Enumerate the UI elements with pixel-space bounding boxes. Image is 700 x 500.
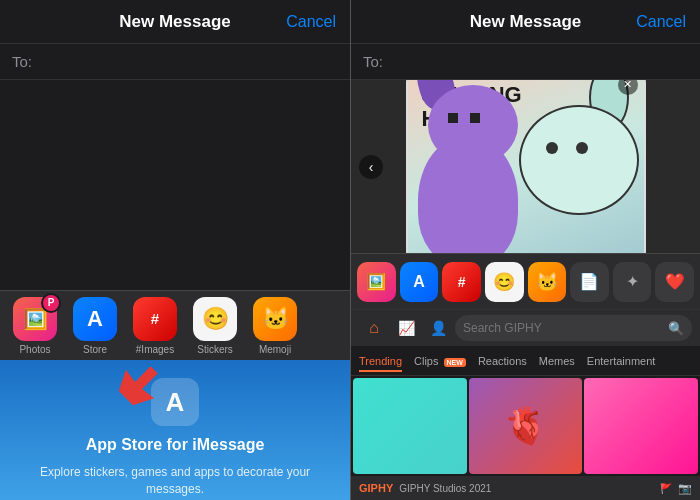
gif-chevron-button[interactable]: ‹ bbox=[359, 155, 383, 179]
left-header: New Message Cancel bbox=[0, 0, 350, 44]
giphy-info-bar: GIPHY GIPHY Studios 2021 🚩 📷 bbox=[351, 476, 700, 500]
giphy-cell-2[interactable]: 🫀 bbox=[469, 378, 583, 474]
right-star-symbol: ✦ bbox=[626, 272, 639, 291]
right-doc-emoji: 📄 bbox=[579, 272, 599, 291]
right-stickers-icon[interactable]: 😊 bbox=[485, 262, 524, 302]
left-to-field[interactable]: To: bbox=[0, 44, 350, 80]
appstore-promo-panel: A App Store for iMessage Explore sticker… bbox=[0, 360, 350, 500]
right-memoji-emoji: 🐱 bbox=[536, 271, 558, 293]
giphy-tab-trending[interactable]: Trending bbox=[359, 355, 402, 367]
right-heart-emoji: ❤️ bbox=[665, 272, 685, 291]
left-header-title: New Message bbox=[119, 12, 231, 32]
giphy-logo-text: GIPHY bbox=[359, 482, 393, 494]
appstore-letter-icon: A bbox=[166, 387, 185, 418]
right-images-hash: # bbox=[458, 274, 466, 290]
appstore-promo-title: App Store for iMessage bbox=[86, 436, 265, 454]
giphy-panel: ⌂ 📈 👤 🔍 Trending Clips NEW Reactions Mem… bbox=[351, 309, 700, 500]
gif-preview-area: ‹ ✕ SENDING HUGS! bbox=[351, 80, 700, 253]
left-cancel-button[interactable]: Cancel bbox=[286, 13, 336, 31]
store-app-icon[interactable]: A Store bbox=[68, 297, 122, 355]
stickers-icon-label: Stickers bbox=[197, 344, 233, 355]
dog2-eye-right bbox=[576, 142, 588, 154]
left-phone-panel: New Message Cancel To: 🖼️ P Photos A Sto… bbox=[0, 0, 350, 500]
stickers-icon-img: 😊 bbox=[193, 297, 237, 341]
giphy-user-icon[interactable]: 👤 bbox=[423, 313, 453, 343]
right-store-icon[interactable]: A bbox=[400, 262, 439, 302]
giphy-tab-entertainment[interactable]: Entertainment bbox=[587, 355, 655, 367]
right-phone-panel: New Message Cancel To: ‹ ✕ SENDING HUGS! bbox=[350, 0, 700, 500]
right-cancel-button[interactable]: Cancel bbox=[636, 13, 686, 31]
giphy-grid: 🫀 bbox=[351, 376, 700, 476]
right-stickers-emoji: 😊 bbox=[493, 271, 515, 293]
dog2-eye-left bbox=[546, 142, 558, 154]
store-icon-img: A bbox=[73, 297, 117, 341]
memoji-icon-label: Memoji bbox=[259, 344, 291, 355]
photos-icon-img: 🖼️ P bbox=[13, 297, 57, 341]
giphy-trending-icon[interactable]: 📈 bbox=[391, 313, 421, 343]
right-to-field[interactable]: To: bbox=[351, 44, 700, 80]
right-photos-emoji: 🖼️ bbox=[366, 272, 386, 291]
photos-icon-label: Photos bbox=[19, 344, 50, 355]
giphy-cell-3[interactable] bbox=[584, 378, 698, 474]
dog-head bbox=[428, 85, 518, 165]
giphy-nav: ⌂ 📈 👤 🔍 bbox=[351, 310, 700, 346]
right-app-icons-bar: 🖼️ A # 😊 🐱 📄 ✦ ❤️ bbox=[351, 253, 700, 309]
right-store-letter: A bbox=[413, 273, 425, 291]
memoji-app-icon[interactable]: 🐱 Memoji bbox=[248, 297, 302, 355]
right-heart-icon[interactable]: ❤️ bbox=[655, 262, 694, 302]
left-message-area[interactable] bbox=[0, 80, 350, 290]
right-header: New Message Cancel bbox=[351, 0, 700, 44]
giphy-search-bar[interactable]: 🔍 bbox=[455, 315, 692, 341]
dog-eye-right bbox=[470, 113, 480, 123]
giphy-search-input[interactable] bbox=[463, 321, 664, 335]
memoji-icon-img: 🐱 bbox=[253, 297, 297, 341]
images-hash: # bbox=[151, 310, 159, 327]
giphy-flag-icon[interactable]: 🚩 bbox=[660, 483, 672, 494]
gif-card: ✕ SENDING HUGS! bbox=[406, 80, 646, 253]
giphy-home-icon[interactable]: ⌂ bbox=[359, 313, 389, 343]
left-to-label: To: bbox=[12, 53, 32, 70]
appstore-promo-description: Explore stickers, games and apps to deco… bbox=[20, 464, 330, 498]
giphy-cell-1[interactable] bbox=[353, 378, 467, 474]
right-star-icon[interactable]: ✦ bbox=[613, 262, 652, 302]
right-photos-icon[interactable]: 🖼️ bbox=[357, 262, 396, 302]
heart-3d-icon: 🫀 bbox=[503, 405, 548, 447]
store-letter: A bbox=[87, 306, 103, 332]
dog-eye-left bbox=[448, 113, 458, 123]
gif-close-button[interactable]: ✕ bbox=[618, 80, 638, 95]
images-icon-img: # bbox=[133, 297, 177, 341]
stickers-app-icon[interactable]: 😊 Stickers bbox=[188, 297, 242, 355]
right-to-label: To: bbox=[363, 53, 383, 70]
red-arrow bbox=[90, 354, 160, 418]
giphy-studio-label: GIPHY Studios 2021 bbox=[399, 483, 491, 494]
svg-marker-0 bbox=[112, 356, 160, 413]
giphy-tab-clips[interactable]: Clips NEW bbox=[414, 355, 466, 367]
giphy-search-icon: 🔍 bbox=[668, 321, 684, 336]
left-app-icons-bar: 🖼️ P Photos A Store # #Images 😊 bbox=[0, 290, 350, 360]
dog2-head bbox=[519, 105, 639, 215]
stickers-emoji: 😊 bbox=[202, 306, 229, 332]
photos-badge: P bbox=[41, 293, 61, 313]
memoji-emoji: 🐱 bbox=[262, 306, 289, 332]
right-images-icon[interactable]: # bbox=[442, 262, 481, 302]
photos-app-icon[interactable]: 🖼️ P Photos bbox=[8, 297, 62, 355]
store-icon-label: Store bbox=[83, 344, 107, 355]
images-icon-label: #Images bbox=[136, 344, 174, 355]
giphy-camera-icon[interactable]: 📷 bbox=[678, 482, 692, 495]
right-doc-icon[interactable]: 📄 bbox=[570, 262, 609, 302]
giphy-tab-reactions[interactable]: Reactions bbox=[478, 355, 527, 367]
dog-illustration: SENDING HUGS! bbox=[408, 80, 644, 253]
giphy-tabs: Trending Clips NEW Reactions Memes Enter… bbox=[351, 346, 700, 376]
right-header-title: New Message bbox=[470, 12, 582, 32]
right-memoji-icon[interactable]: 🐱 bbox=[528, 262, 567, 302]
giphy-tab-memes[interactable]: Memes bbox=[539, 355, 575, 367]
images-app-icon[interactable]: # #Images bbox=[128, 297, 182, 355]
clips-new-badge: NEW bbox=[444, 358, 466, 367]
